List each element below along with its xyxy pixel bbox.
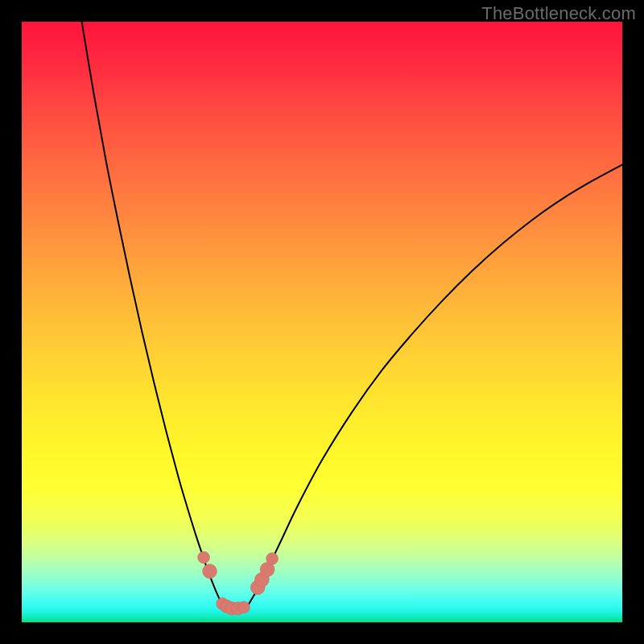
curve-layer — [82, 22, 622, 609]
plot-area — [22, 22, 622, 622]
chart-svg — [22, 22, 622, 622]
data-marker — [266, 552, 279, 564]
data-marker — [198, 551, 210, 564]
data-marker — [238, 601, 250, 613]
watermark-text: TheBottleneck.com — [481, 3, 636, 24]
marker-layer — [198, 551, 279, 615]
chart-root: TheBottleneck.com — [0, 0, 644, 644]
data-marker — [203, 564, 217, 579]
bottleneck-curve — [82, 22, 622, 609]
